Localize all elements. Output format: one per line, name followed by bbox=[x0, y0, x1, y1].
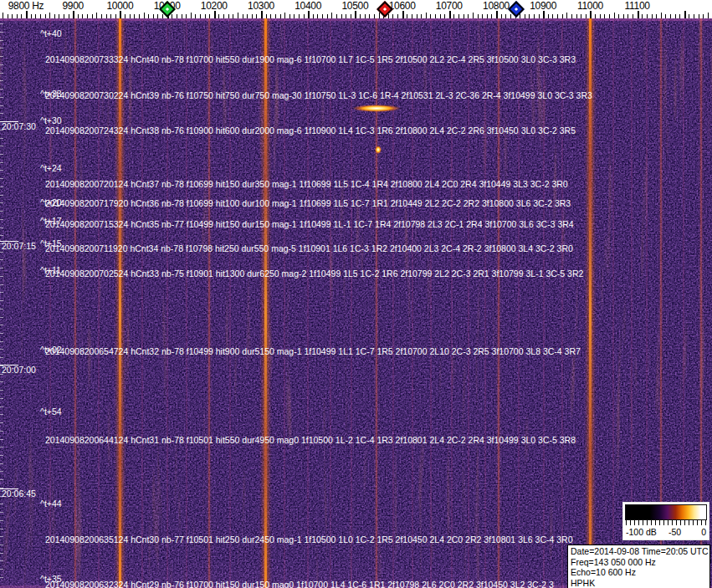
freq-tick bbox=[299, 14, 300, 18]
time-second-tick bbox=[0, 357, 3, 358]
detection-data-line: 20140908200644124 hCnt31 nb-78 f10501 hi… bbox=[45, 436, 576, 445]
freq-tick bbox=[289, 14, 290, 18]
time-second-tick bbox=[0, 202, 3, 203]
freq-tick bbox=[665, 14, 666, 18]
time-label: 20:07:00 bbox=[2, 366, 36, 375]
freq-tick bbox=[280, 14, 281, 18]
freq-tick bbox=[233, 14, 233, 18]
time-second-tick bbox=[0, 479, 3, 480]
freq-tick bbox=[64, 14, 64, 18]
freq-tick bbox=[614, 13, 615, 18]
time-label: 20:07:30 bbox=[2, 122, 36, 131]
freq-tick bbox=[595, 14, 596, 18]
freq-tick bbox=[313, 14, 314, 18]
freq-tick bbox=[496, 11, 498, 18]
freq-tick bbox=[633, 14, 633, 18]
freq-tick bbox=[308, 11, 310, 18]
freq-tick bbox=[435, 14, 436, 18]
db-scale-tick bbox=[626, 520, 627, 525]
db-scale-tick bbox=[680, 520, 681, 525]
freq-tick bbox=[31, 14, 32, 18]
db-label-mid: -50 bbox=[668, 527, 681, 537]
time-second-tick bbox=[0, 32, 3, 33]
freq-tick bbox=[134, 14, 135, 18]
freq-label: 10400 bbox=[295, 0, 321, 12]
freq-tick bbox=[379, 13, 380, 18]
freq-tick bbox=[571, 14, 572, 18]
db-scale-tick bbox=[647, 520, 648, 525]
freq-tick bbox=[627, 14, 628, 18]
freq-tick bbox=[35, 14, 36, 18]
freq-tick bbox=[609, 14, 610, 18]
time-second-tick bbox=[0, 235, 3, 236]
time-second-tick bbox=[0, 56, 3, 57]
db-scale-tick bbox=[697, 520, 698, 525]
freq-tick bbox=[586, 14, 587, 18]
freq-tick bbox=[421, 14, 422, 18]
time-second-tick bbox=[0, 252, 3, 253]
detection-data-line: 20140908200733324 hCnt40 nb-78 f10700 hi… bbox=[45, 55, 576, 64]
time-second-tick bbox=[0, 447, 3, 447]
freq-tick bbox=[275, 14, 276, 18]
freq-tick bbox=[130, 14, 131, 18]
time-second-tick bbox=[0, 529, 3, 529]
freq-label: 9900 bbox=[62, 0, 84, 12]
freq-tick bbox=[510, 14, 511, 18]
freq-tick bbox=[468, 14, 469, 18]
detection-data-line: 20140908200632324 hCnt29 nb-76 f10700 hi… bbox=[45, 580, 554, 588]
freq-tick bbox=[397, 14, 398, 18]
freq-tick bbox=[618, 14, 619, 18]
detection-time-marker: ^t+54 bbox=[40, 407, 62, 417]
freq-tick bbox=[228, 14, 229, 18]
time-second-tick bbox=[0, 105, 3, 106]
freq-tick bbox=[205, 14, 206, 18]
freq-label: 10500 bbox=[341, 0, 368, 12]
freq-tick bbox=[388, 14, 389, 18]
freq-tick bbox=[491, 14, 492, 18]
freq-tick bbox=[600, 14, 601, 18]
freq-tick bbox=[148, 14, 149, 18]
freq-label: 10800 bbox=[483, 0, 510, 12]
db-scale-tick bbox=[638, 520, 639, 525]
freq-tick bbox=[355, 11, 356, 18]
time-second-tick bbox=[0, 341, 3, 342]
detection-data-line: 20140908200730224 hCnt39 nb-76 f10750 hi… bbox=[45, 91, 592, 100]
freq-tick bbox=[209, 14, 210, 18]
time-second-tick bbox=[0, 276, 3, 277]
freq-tick bbox=[392, 14, 393, 18]
db-scale-tick bbox=[705, 520, 706, 525]
freq-tick bbox=[652, 14, 653, 18]
info-frequency: Freq=143 050 000 Hz bbox=[571, 557, 709, 568]
freq-tick bbox=[534, 14, 535, 18]
time-second-tick bbox=[0, 154, 3, 155]
freq-tick bbox=[539, 14, 540, 18]
freq-tick bbox=[501, 14, 502, 18]
freq-tick bbox=[426, 13, 427, 18]
freq-tick bbox=[17, 14, 18, 18]
freq-tick bbox=[525, 14, 525, 18]
time-second-tick bbox=[0, 211, 3, 212]
db-scale-tick bbox=[684, 520, 685, 525]
marker-center-dot bbox=[165, 8, 168, 11]
freq-tick bbox=[684, 11, 686, 18]
freq-tick bbox=[3, 13, 3, 18]
time-second-tick bbox=[0, 455, 3, 456]
freq-tick bbox=[341, 14, 342, 18]
freq-tick bbox=[78, 14, 79, 18]
db-scale-labels: -100 dB -50 0 bbox=[625, 527, 707, 539]
time-second-tick bbox=[0, 463, 3, 464]
frequency-ruler: 9800 Hz990010000101001020010300104001050… bbox=[0, 0, 712, 18]
time-label: 20:07:15 bbox=[2, 242, 36, 251]
freq-tick bbox=[218, 14, 219, 18]
time-second-tick bbox=[0, 284, 3, 285]
time-second-tick bbox=[0, 431, 3, 432]
time-second-tick bbox=[0, 381, 3, 382]
db-scale-tick bbox=[693, 520, 694, 525]
freq-tick bbox=[92, 14, 93, 18]
freq-tick bbox=[351, 14, 351, 18]
db-scale-tick bbox=[643, 520, 643, 525]
freq-tick bbox=[638, 11, 639, 18]
detection-time-marker: ^t+40 bbox=[40, 29, 62, 38]
time-second-tick bbox=[0, 536, 3, 537]
db-scale-tick bbox=[651, 520, 652, 525]
